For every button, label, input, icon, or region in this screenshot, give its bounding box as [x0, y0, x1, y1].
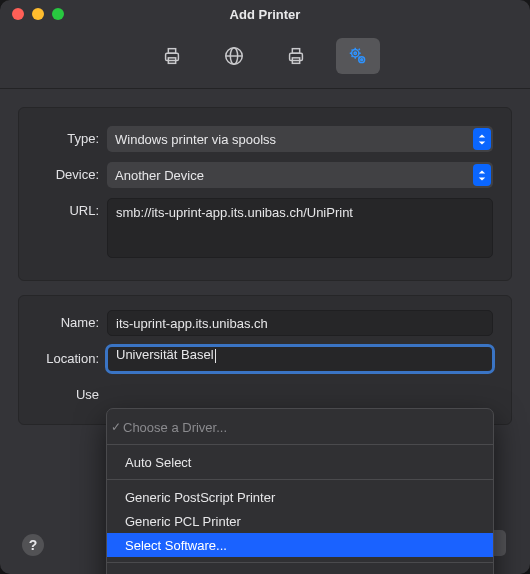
help-button[interactable]: ? [22, 534, 44, 556]
printer-icon [161, 45, 183, 67]
printer-shared-icon [285, 45, 307, 67]
svg-rect-0 [166, 53, 179, 60]
text-caret [215, 349, 216, 363]
type-select[interactable]: Windows printer via spoolss [107, 126, 493, 152]
svg-rect-6 [292, 49, 299, 54]
tab-advanced[interactable] [336, 38, 380, 74]
tab-windows[interactable] [274, 38, 318, 74]
location-field[interactable]: Universität Basel [107, 346, 493, 372]
zoom-icon[interactable] [52, 8, 64, 20]
dropdown-item-select-software[interactable]: Select Software... [107, 533, 493, 557]
name-field[interactable] [107, 310, 493, 336]
separator [107, 479, 493, 480]
svg-rect-5 [290, 53, 303, 60]
use-dropdown-menu: Choose a Driver... Auto Select Generic P… [106, 408, 494, 574]
device-label: Device: [37, 162, 107, 182]
device-select[interactable]: Another Device [107, 162, 493, 188]
type-value: Windows printer via spoolss [115, 132, 276, 147]
add-printer-window: Add Printer Type: Windows printer via sp… [0, 0, 530, 574]
url-field[interactable]: smb://its-uprint-app.its.unibas.ch/UniPr… [107, 198, 493, 258]
minimize-icon[interactable] [32, 8, 44, 20]
help-icon: ? [29, 537, 38, 553]
dropdown-item-auto-select[interactable]: Auto Select [107, 450, 493, 474]
device-value: Another Device [115, 168, 204, 183]
close-icon[interactable] [12, 8, 24, 20]
gears-icon [347, 45, 369, 67]
use-label: Use [37, 382, 107, 402]
svg-point-11 [361, 59, 363, 61]
tab-default[interactable] [150, 38, 194, 74]
connection-panel: Type: Windows printer via spoolss Device… [18, 107, 512, 281]
globe-icon [223, 45, 245, 67]
tab-ip[interactable] [212, 38, 256, 74]
window-controls [0, 8, 64, 20]
identity-panel: Name: Location: Universität Basel Use [18, 295, 512, 425]
svg-point-9 [354, 52, 356, 54]
type-label: Type: [37, 126, 107, 146]
separator [107, 562, 493, 563]
dropdown-item-generic-pcl[interactable]: Generic PCL Printer [107, 509, 493, 533]
dropdown-item-other[interactable]: Other... [107, 568, 493, 574]
name-label: Name: [37, 310, 107, 330]
location-label: Location: [37, 346, 107, 366]
updown-icon [473, 128, 491, 150]
window-title: Add Printer [0, 7, 530, 22]
updown-icon [473, 164, 491, 186]
dropdown-item-generic-postscript[interactable]: Generic PostScript Printer [107, 485, 493, 509]
separator [107, 444, 493, 445]
titlebar: Add Printer [0, 0, 530, 28]
toolbar [0, 28, 530, 89]
url-label: URL: [37, 198, 107, 218]
dropdown-header: Choose a Driver... [107, 415, 493, 439]
svg-rect-1 [168, 49, 175, 54]
